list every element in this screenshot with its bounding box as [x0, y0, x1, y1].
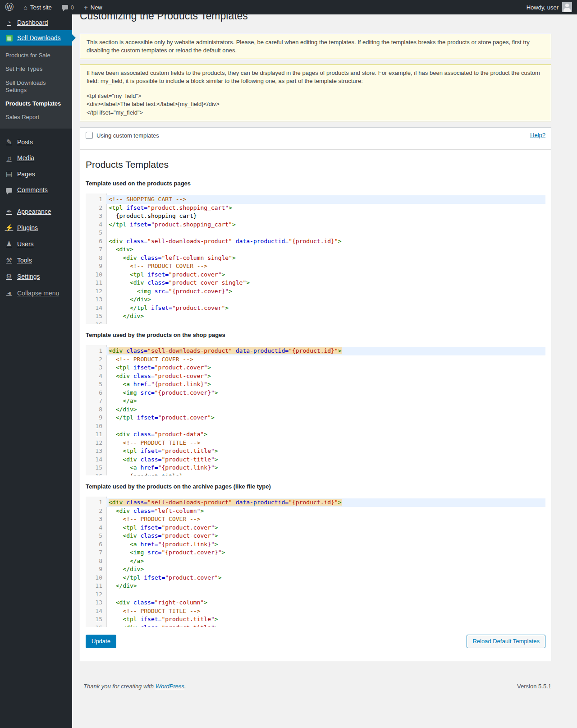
new-content-menu[interactable]: + New: [79, 0, 107, 14]
sidebar-item-products-for-sale[interactable]: Products for Sale: [0, 49, 72, 62]
sidebar-item-pages[interactable]: ▤ Pages: [0, 166, 72, 182]
code-line[interactable]: 8 </div>: [86, 405, 545, 414]
code-line[interactable]: 11 <div class="product-cover single">: [86, 279, 545, 287]
line-number: 1: [86, 498, 106, 507]
line-number: 1: [86, 347, 106, 355]
code-line[interactable]: 1<div class="sell-downloads-product" dat…: [86, 498, 545, 507]
sidebar-item-settings[interactable]: ⚙ Settings: [0, 268, 72, 285]
custom-fields-intro: If have been associated custom fields to…: [87, 69, 545, 85]
code-text: <div class="product-cover">: [106, 372, 545, 381]
code-line[interactable]: 4 <tpl ifset="product.cover">: [86, 524, 545, 532]
code-line[interactable]: 14 <!-- PRODUCT TITLE -->: [86, 607, 545, 616]
code-line[interactable]: 2 <div class="left-column">: [86, 507, 545, 516]
sidebar-item-sales-report[interactable]: Sales Report: [0, 111, 72, 124]
line-number: 9: [86, 262, 106, 271]
settings-gear-icon: ⚙: [5, 272, 14, 281]
code-line[interactable]: 13 </div>: [86, 295, 545, 304]
sidebar-item-appearance[interactable]: ✒ Appearance: [0, 203, 72, 220]
code-line[interactable]: 10 <tpl ifset="product.cover">: [86, 271, 545, 279]
line-number: 6: [86, 389, 106, 397]
sidebar-item-set-file-types[interactable]: Set File Types: [0, 62, 72, 76]
sidebar-item-media[interactable]: ♫ Media: [0, 150, 72, 166]
collapse-menu-button[interactable]: ◄ Collapse menu: [0, 286, 72, 301]
code-line[interactable]: 3 <!-- PRODUCT COVER -->: [86, 515, 545, 524]
code-line[interactable]: 9 </div>: [86, 565, 545, 574]
code-line[interactable]: 4 <div class="product-cover">: [86, 372, 545, 381]
code-line[interactable]: 12: [86, 590, 545, 599]
code-line[interactable]: 16: [86, 321, 545, 324]
sidebar-item-tools[interactable]: ⚒ Tools: [0, 252, 72, 268]
code-line[interactable]: 11 <div class="product-data">: [86, 430, 545, 439]
code-line[interactable]: 4</tpl ifset="product.shopping_cart">: [86, 221, 545, 229]
code-line[interactable]: 7 <div>: [86, 245, 545, 254]
admin-bar-left: Ⓦ ⌂ Test site 0 + New: [0, 0, 107, 14]
code-line[interactable]: 7 </a>: [86, 397, 545, 405]
sidebar-item-sell-downloads[interactable]: ▦ Sell Downloads: [0, 30, 72, 46]
site-name-menu[interactable]: ⌂ Test site: [18, 0, 57, 14]
help-link[interactable]: Help?: [530, 132, 545, 138]
sidebar-item-users[interactable]: ♟ Users: [0, 236, 72, 252]
code-line[interactable]: 6<div class="sell-downloads-product" dat…: [86, 237, 545, 246]
sidebar-item-comments[interactable]: Comments: [0, 182, 72, 198]
line-number: 15: [86, 615, 106, 624]
code-text: <div>: [106, 245, 545, 254]
code-line[interactable]: 2 <!-- PRODUCT COVER -->: [86, 355, 545, 364]
sidebar-item-dashboard[interactable]: ◔ Dashboard: [0, 14, 72, 30]
sidebar-item-products-templates[interactable]: Products Templates: [0, 97, 72, 111]
code-line[interactable]: 8 </a>: [86, 557, 545, 566]
code-text: </div>: [106, 295, 545, 304]
line-number: 4: [86, 524, 106, 532]
code-text: <div class="product-data">: [106, 430, 545, 439]
update-button[interactable]: Update: [86, 635, 116, 648]
line-number: 9: [86, 414, 106, 422]
code-line[interactable]: 14 </tpl ifset="product.cover">: [86, 304, 545, 313]
code-line[interactable]: 15 </div>: [86, 312, 545, 321]
code-line[interactable]: 14 <div class="product-title">: [86, 456, 545, 464]
wordpress-menu[interactable]: Ⓦ: [0, 0, 18, 14]
line-number: 10: [86, 574, 106, 582]
line-number: 6: [86, 237, 106, 246]
code-editor-products-pages[interactable]: 1<!-- SHOPPING CART -->2<tpl ifset="prod…: [86, 194, 545, 324]
code-line[interactable]: 9 </tpl ifset="product.cover">: [86, 414, 545, 422]
code-line[interactable]: 15 <a href="{product.link}">: [86, 464, 545, 472]
sidebar-item-posts[interactable]: ✎ Posts: [0, 134, 72, 150]
code-line[interactable]: 6 <a href="{product.link}">: [86, 540, 545, 549]
code-line[interactable]: 5 <div class="product-cover">: [86, 532, 545, 540]
code-text: </tpl ifset="product.cover">: [106, 304, 545, 313]
code-line[interactable]: 16 {product.title}: [86, 472, 545, 476]
code-line[interactable]: 8 <div class="left-column single">: [86, 254, 545, 263]
code-text: <a href="{product.link}">: [106, 380, 545, 389]
code-line[interactable]: 13 <div class="right-column">: [86, 599, 545, 607]
code-line[interactable]: 2<tpl ifset="product.shopping_cart">: [86, 204, 545, 212]
code-line[interactable]: 3 <tpl ifset="product.cover">: [86, 364, 545, 372]
comments-menu[interactable]: 0: [57, 0, 79, 14]
admin-bar: Ⓦ ⌂ Test site 0 + New Howdy, user: [0, 0, 577, 14]
code-line[interactable]: 12 <img src="{product.cover}">: [86, 287, 545, 296]
code-line[interactable]: 16 <div class="product-title">: [86, 624, 545, 627]
reload-default-templates-button[interactable]: Reload Default Templates: [467, 635, 545, 648]
code-line[interactable]: 1<!-- SHOPPING CART -->: [86, 195, 545, 204]
sidebar-item-sell-downloads-settings[interactable]: Sell Downloads Settings: [0, 76, 72, 97]
code-line[interactable]: 13 <tpl ifset="product.title">: [86, 447, 545, 456]
selected-text: <div class="sell-downloads-product" data…: [109, 347, 342, 354]
code-line[interactable]: 10 </tpl ifset="product.cover">: [86, 574, 545, 582]
code-line[interactable]: 11 </div>: [86, 582, 545, 590]
my-account-menu[interactable]: Howdy, user: [522, 0, 577, 14]
code-line[interactable]: 12 <!-- PRODUCT TITLE -->: [86, 439, 545, 447]
code-editor-shop-pages[interactable]: 1<div class="sell-downloads-product" dat…: [86, 345, 545, 475]
code-editor-archive-pages[interactable]: 1<div class="sell-downloads-product" dat…: [86, 497, 545, 627]
code-line[interactable]: 9 <!-- PRODUCT COVER -->: [86, 262, 545, 271]
code-line[interactable]: 6 <img src="{product.cover}">: [86, 389, 545, 397]
code-text: <tpl ifset="product.shopping_cart">: [106, 204, 545, 212]
code-line[interactable]: 5: [86, 229, 545, 237]
code-line[interactable]: 15 <tpl ifset="product.title">: [86, 615, 545, 624]
using-custom-templates-checkbox[interactable]: [86, 132, 93, 139]
code-line[interactable]: 3 {product.shopping_cart}: [86, 212, 545, 221]
code-line[interactable]: 7 <img src="{product.cover}">: [86, 548, 545, 557]
sidebar-item-plugins[interactable]: ⚡ Plugins: [0, 220, 72, 236]
code-line[interactable]: 10: [86, 422, 545, 431]
wordpress-logo-icon: Ⓦ: [5, 0, 14, 14]
code-line[interactable]: 1<div class="sell-downloads-product" dat…: [86, 347, 545, 355]
wordpress-link[interactable]: WordPress: [156, 683, 184, 690]
code-line[interactable]: 5 <a href="{product.link}">: [86, 380, 545, 389]
